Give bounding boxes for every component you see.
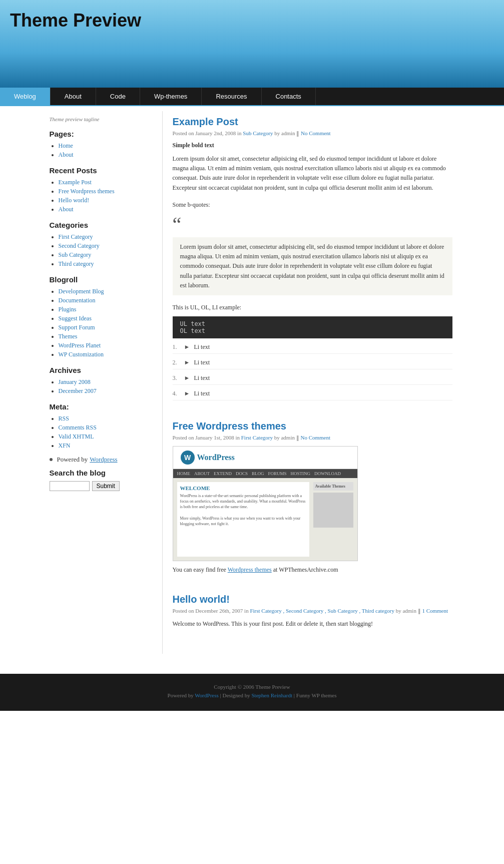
nav-resources[interactable]: Resources	[202, 88, 261, 105]
list-item: Sub Category	[59, 251, 155, 259]
post-body: Lorem ipsum dolor sit amet, consectetur …	[173, 154, 452, 193]
quote-mark-icon: “	[173, 215, 452, 235]
wordpress-screenshot: W WordPress HOME ABOUT EXTEND DOCS BLOG …	[173, 446, 358, 561]
list-item: Example Post	[59, 179, 155, 186]
post-title: Hello world!	[173, 594, 452, 605]
wp-sidebar-right: Available Themes	[313, 482, 353, 557]
list-item: Third category	[59, 260, 155, 268]
list-item: Support Forum	[59, 324, 155, 331]
post-example: Example Post Posted on January 2nd, 2008…	[173, 116, 452, 400]
bullet-icon	[50, 458, 53, 461]
wp-nav-item: BLOG	[252, 471, 264, 476]
nav-about[interactable]: About	[51, 88, 96, 105]
wp-welcome-title: WELCOME	[180, 485, 306, 491]
sidebar-page-home: Home	[59, 142, 155, 150]
nav-contacts[interactable]: Contacts	[262, 88, 316, 105]
list-item: First Category	[59, 233, 155, 241]
wp-nav-item: HOSTING	[291, 471, 311, 476]
list-item: Documentation	[59, 297, 155, 304]
footer-copyright: Copyright © 2006 Theme Preview	[10, 684, 494, 690]
sidebar-page-about: About	[59, 151, 155, 159]
bquote-intro: Some b-quotes:	[173, 200, 452, 210]
list-item: Themes	[59, 333, 155, 340]
wp-welcome-text: WordPress is a state-of-the-art semantic…	[180, 493, 306, 527]
wp-nav-bar: HOME ABOUT EXTEND DOCS BLOG FORUMS HOSTI…	[173, 469, 357, 478]
wp-sidebar-title: Available Themes	[313, 482, 353, 491]
sidebar-categories-list: First Category Second Category Sub Categ…	[50, 233, 155, 268]
wp-nav-item: EXTEND	[214, 471, 232, 476]
search-title: Search the blog	[50, 469, 155, 477]
sidebar-pages-title: Pages:	[50, 130, 155, 138]
post-hello-world: Hello world! Posted on December 26th, 20…	[173, 594, 452, 629]
wp-nav-item: FORUMS	[268, 471, 287, 476]
wordpress-themes-link[interactable]: Wordpress themes	[228, 566, 272, 573]
wp-header: W WordPress	[173, 447, 357, 469]
list-item: 4. ► Li text	[173, 390, 452, 400]
list-item: Hello world!	[59, 197, 155, 204]
wp-nav-item: ABOUT	[194, 471, 210, 476]
wp-circle-icon: W	[181, 451, 195, 465]
list-item: January 2008	[59, 378, 155, 386]
footer-designer-link[interactable]: Stephen Reinhardt	[252, 692, 293, 698]
sidebar: Theme preview tagline Pages: Home About …	[42, 111, 162, 654]
main-nav: Weblog About Code Wp-themes Resources Co…	[0, 88, 504, 106]
footer-credits: Powered by WordPress | Designed by Steph…	[10, 692, 494, 698]
blockquote-section: Some b-quotes: “ Lorem ipsum dolor sit a…	[173, 200, 452, 295]
list-item: Suggest Ideas	[59, 315, 155, 322]
wp-welcome-box: WELCOME WordPress is a state-of-the-art …	[177, 482, 309, 557]
post-after-image: You can easy find free Wordpress themes …	[173, 566, 452, 574]
footer-wordpress-link[interactable]: WordPress	[195, 692, 218, 698]
powered-by-line: Powered by Wordpress	[50, 456, 155, 464]
wp-body: WELCOME WordPress is a state-of-the-art …	[173, 478, 357, 561]
list-item: 1. ► Li text	[173, 343, 452, 354]
ol-list: 1. ► Li text 2. ► Li text 3. ► Li text	[173, 343, 452, 400]
nav-wp-themes[interactable]: Wp-themes	[140, 88, 202, 105]
search-input[interactable]	[50, 481, 90, 491]
list-item: 3. ► Li text	[173, 374, 452, 385]
nav-weblog[interactable]: Weblog	[0, 88, 51, 105]
sidebar-blogroll-list: Development Blog Documentation Plugins S…	[50, 288, 155, 358]
wordpress-link[interactable]: Wordpress	[90, 456, 117, 464]
sidebar-meta-list: RSS Comments RSS Valid XHTML XFN	[50, 415, 155, 450]
sidebar-archives-title: Archives	[50, 366, 155, 374]
sidebar-pages-list: Home About	[50, 142, 155, 159]
wp-nav-item: HOME	[177, 471, 191, 476]
post-title: Free Wordpress themes	[173, 420, 452, 432]
post-body: Welcome to WordPress. This is your first…	[173, 619, 452, 629]
site-tagline: Theme preview tagline	[50, 116, 155, 122]
ul-list: UL text OL text	[173, 316, 452, 338]
list-item: OL text	[180, 327, 445, 334]
list-intro: This is UL, OL, LI example:	[173, 303, 452, 312]
site-footer: Copyright © 2006 Theme Preview Powered b…	[0, 674, 504, 711]
page-wrapper: Theme preview tagline Pages: Home About …	[42, 106, 462, 659]
site-title: Theme Preview	[10, 10, 494, 31]
post-meta: Posted on December 26th, 2007 in First C…	[173, 608, 452, 614]
list-item: Valid XHTML	[59, 433, 155, 441]
main-content: Example Post Posted on January 2nd, 2008…	[162, 111, 462, 654]
wp-nav-item: DOCS	[236, 471, 248, 476]
list-item: 2. ► Li text	[173, 359, 452, 369]
wp-nav-item: DOWNLOAD	[314, 471, 341, 476]
list-item: About	[59, 206, 155, 213]
post-title: Example Post	[173, 116, 452, 128]
search-button[interactable]: Submit	[92, 481, 120, 491]
sidebar-recent-posts-list: Example Post Free Wordpress themes Hello…	[50, 179, 155, 213]
wp-sidebar-image	[313, 493, 353, 528]
sidebar-archives-list: January 2008 December 2007	[50, 378, 155, 395]
sidebar-categories-title: Categories	[50, 221, 155, 229]
list-item: UL text	[180, 320, 445, 327]
list-item: XFN	[59, 442, 155, 450]
nav-code[interactable]: Code	[96, 88, 140, 105]
sidebar-recent-posts-title: Recent Posts	[50, 166, 155, 175]
blockquote-text: Lorem ipsum dolor sit amet, consectetur …	[173, 237, 452, 295]
list-item: RSS	[59, 415, 155, 422]
powered-text: Powered by	[57, 456, 88, 464]
list-item: Plugins	[59, 306, 155, 313]
list-item: Free Wordpress themes	[59, 188, 155, 195]
sidebar-meta-title: Meta:	[50, 402, 155, 411]
list-item: Second Category	[59, 242, 155, 250]
list-item: WP Customization	[59, 351, 155, 358]
list-item: Development Blog	[59, 288, 155, 295]
search-section: Search the blog Submit	[50, 469, 155, 491]
post-meta: Posted on January 1st, 2008 in First Cat…	[173, 435, 452, 441]
